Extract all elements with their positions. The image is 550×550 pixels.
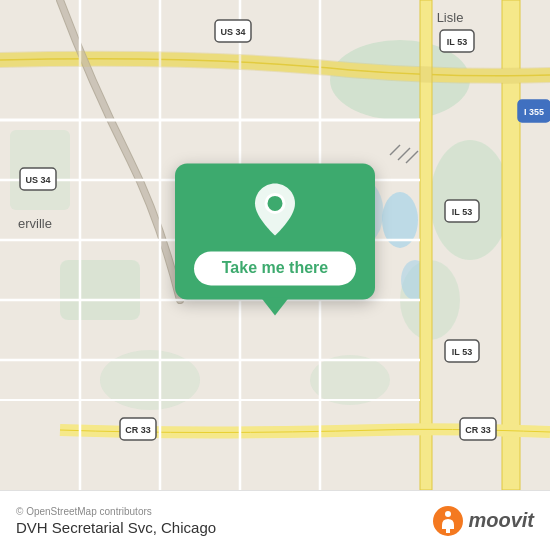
- svg-text:IL 53: IL 53: [447, 37, 467, 47]
- map-container: US 34 US 34 IL 53 IL 53 IL 53 I 355 CR 3…: [0, 0, 550, 490]
- svg-text:IL 53: IL 53: [452, 347, 472, 357]
- svg-text:US 34: US 34: [25, 175, 50, 185]
- svg-text:CR 33: CR 33: [465, 425, 491, 435]
- svg-text:I 355: I 355: [524, 107, 544, 117]
- svg-point-7: [310, 355, 390, 405]
- map-attribution: © OpenStreetMap contributors: [16, 506, 216, 517]
- take-me-there-card: Take me there: [175, 163, 375, 299]
- take-me-there-button[interactable]: Take me there: [194, 251, 356, 285]
- moovit-icon: [432, 505, 464, 537]
- svg-text:Lisle: Lisle: [437, 10, 464, 25]
- svg-point-45: [445, 511, 451, 517]
- svg-text:CR 33: CR 33: [125, 425, 151, 435]
- bottom-bar: © OpenStreetMap contributors DVH Secreta…: [0, 490, 550, 550]
- svg-text:erville: erville: [18, 216, 52, 231]
- bottom-left: © OpenStreetMap contributors DVH Secreta…: [16, 506, 216, 536]
- svg-rect-4: [60, 260, 140, 320]
- svg-point-43: [266, 194, 284, 212]
- svg-text:US 34: US 34: [220, 27, 245, 37]
- location-name: DVH Secretarial Svc, Chicago: [16, 519, 216, 536]
- moovit-text: moovit: [468, 509, 534, 532]
- moovit-logo: moovit: [432, 505, 534, 537]
- svg-text:IL 53: IL 53: [452, 207, 472, 217]
- location-pin-icon: [251, 181, 299, 241]
